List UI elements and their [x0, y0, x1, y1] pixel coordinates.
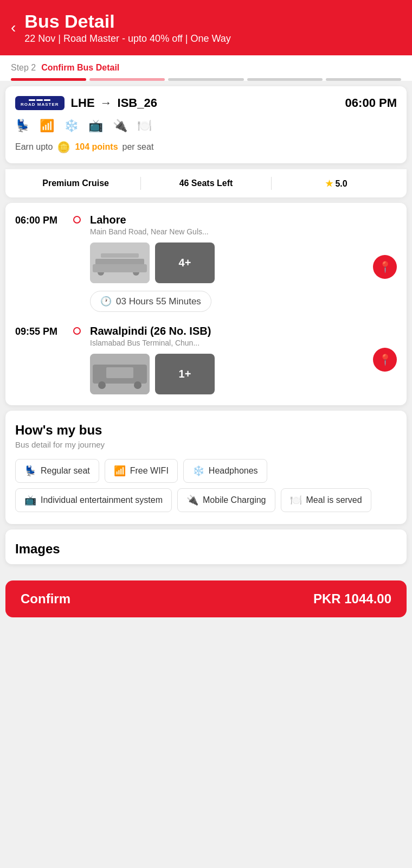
bus-type: Premium Cruise: [16, 178, 135, 188]
arrival-city: Rawalpindi (26 No. ISB): [90, 325, 365, 337]
arrival-dot: [73, 327, 81, 335]
bus-features-title: How's my bus: [15, 423, 397, 438]
bus-info-bar: Premium Cruise 46 Seats Left ★ 5.0: [5, 169, 407, 197]
wifi-icon: 📶: [40, 119, 54, 133]
journey-card: 06:00 PM Lahore Main Band Road, Near New…: [5, 203, 407, 405]
departure-image-1[interactable]: [90, 242, 150, 283]
feature-wifi: 📶 Free WIFI: [105, 459, 178, 483]
departure-address: Main Band Road, Near New Guls...: [90, 227, 365, 236]
arrival-images: 1+: [90, 354, 365, 394]
svg-point-8: [98, 381, 106, 389]
stop-dot-col-bottom: [72, 325, 82, 335]
confirm-bar[interactable]: Confirm PKR 1044.00: [5, 580, 407, 617]
bus-logo: ROAD MASTER: [15, 96, 65, 110]
feature-meal: 🍽️ Meal is served: [281, 488, 371, 512]
svg-rect-2: [101, 253, 139, 258]
meal-tag-label: Meal is served: [306, 495, 362, 505]
wifi-tag-icon: 📶: [114, 465, 126, 477]
progress-bars: [11, 78, 401, 81]
departure-pin[interactable]: 📍: [373, 255, 397, 279]
seat-tag-icon: 💺: [24, 465, 36, 477]
departure-image-more[interactable]: 4+: [155, 242, 215, 283]
rating: ★ 5.0: [277, 178, 396, 189]
points-prefix: Earn upto: [15, 142, 53, 152]
spacer: [0, 570, 412, 575]
departure-row: 06:00 PM Lahore Main Band Road, Near New…: [15, 214, 397, 320]
coin-icon: 🪙: [57, 141, 70, 154]
rating-value: 5.0: [335, 179, 347, 188]
confirm-price: PKR 1044.00: [313, 591, 391, 607]
progress-bar-5: [326, 78, 401, 81]
svg-rect-5: [93, 264, 147, 272]
arrival-image-1[interactable]: [90, 354, 150, 394]
departure-images: 4+: [90, 242, 365, 283]
arrival-image-more[interactable]: 1+: [155, 354, 215, 394]
progress-bar-1: [11, 78, 86, 81]
departure-time: 06:00 PM: [345, 96, 397, 110]
entertainment-tag-label: Individual entertainment system: [41, 495, 163, 505]
headphones-tag-label: Headphones: [209, 466, 258, 476]
duration-pill: 🕐 03 Hours 55 Minutes: [90, 291, 211, 312]
meal-tag-icon: 🍽️: [290, 494, 302, 506]
images-section: Images: [5, 529, 407, 564]
progress-bar-4: [247, 78, 323, 81]
plug-icon: 🔌: [113, 119, 127, 133]
route-info: LHE → ISB_26: [71, 96, 339, 110]
stop-dot-col-top: [72, 214, 82, 224]
steps-label: Step 2 Confirm Bus Detail: [11, 63, 401, 73]
seat-icon: 💺: [15, 119, 30, 133]
svg-rect-10: [106, 367, 133, 378]
tv-icon: 📺: [88, 119, 103, 133]
logo-text: ROAD MASTER: [21, 102, 59, 107]
bus-features-card: How's my bus Bus detail for my journey 💺…: [5, 411, 407, 524]
page-title: Bus Detail: [24, 11, 231, 32]
seat-tag-label: Regular seat: [41, 466, 90, 476]
arrival-row: 09:55 PM Rawalpindi (26 No. ISB) Islamab…: [15, 325, 397, 394]
departure-city: Lahore: [90, 214, 365, 226]
feature-charging: 🔌 Mobile Charging: [177, 488, 275, 512]
wifi-tag-label: Free WIFI: [130, 466, 169, 476]
arrival-address: Islamabad Bus Terminal, Chun...: [90, 339, 365, 347]
bus-card-header: ROAD MASTER LHE → ISB_26 06:00 PM: [15, 96, 397, 110]
step-name: Confirm Bus Detail: [41, 63, 119, 73]
steps-bar: Step 2 Confirm Bus Detail: [0, 55, 412, 81]
feature-headphones: ❄️ Headphones: [183, 459, 267, 483]
points-value: 104 points: [75, 142, 118, 152]
header-text: Bus Detail 22 Nov | Road Master - upto 4…: [24, 11, 231, 44]
amenities-row: 💺 📶 ❄️ 📺 🔌 🍽️: [15, 119, 397, 133]
arrival-pin[interactable]: 📍: [373, 348, 397, 372]
amenity-tags: 💺 Regular seat 📶 Free WIFI ❄️ Headphones…: [15, 459, 397, 512]
arrival-time-label: 09:55 PM: [15, 325, 64, 337]
bus-card: ROAD MASTER LHE → ISB_26 06:00 PM 💺 📶 ❄️…: [5, 86, 407, 163]
from-city: LHE: [71, 96, 95, 110]
headphones-tag-icon: ❄️: [192, 465, 204, 477]
departure-content: Lahore Main Band Road, Near New Guls... …: [90, 214, 365, 320]
feature-entertainment: 📺 Individual entertainment system: [15, 488, 172, 512]
progress-bar-2: [89, 78, 165, 81]
header-subtitle: 22 Nov | Road Master - upto 40% off | On…: [24, 33, 231, 44]
charging-tag-label: Mobile Charging: [203, 495, 266, 505]
route-arrow: →: [100, 96, 112, 110]
arrival-content: Rawalpindi (26 No. ISB) Islamabad Bus Te…: [90, 325, 365, 394]
svg-point-9: [134, 381, 141, 389]
tv-tag-icon: 📺: [24, 494, 36, 506]
seats-left: 46 Seats Left: [146, 178, 265, 188]
fork-knife-icon: 🍽️: [137, 119, 152, 133]
back-button[interactable]: ‹: [11, 19, 16, 36]
header: ‹ Bus Detail 22 Nov | Road Master - upto…: [0, 0, 412, 55]
charging-tag-icon: 🔌: [186, 494, 198, 506]
confirm-label: Confirm: [21, 591, 70, 607]
duration-text: 03 Hours 55 Minutes: [116, 296, 201, 307]
feature-regular-seat: 💺 Regular seat: [15, 459, 99, 483]
star-icon: ★: [325, 179, 333, 188]
snowflake-icon: ❄️: [64, 119, 79, 133]
bus-features-subtitle: Bus detail for my journey: [15, 440, 397, 449]
step-number: Step 2: [11, 63, 36, 73]
to-city: ISB_26: [118, 96, 157, 110]
clock-icon: 🕐: [100, 296, 112, 307]
progress-bar-3: [168, 78, 243, 81]
images-title: Images: [15, 541, 397, 557]
divider-1: [140, 177, 141, 190]
divider-2: [271, 177, 272, 190]
points-suffix: per seat: [123, 142, 154, 152]
